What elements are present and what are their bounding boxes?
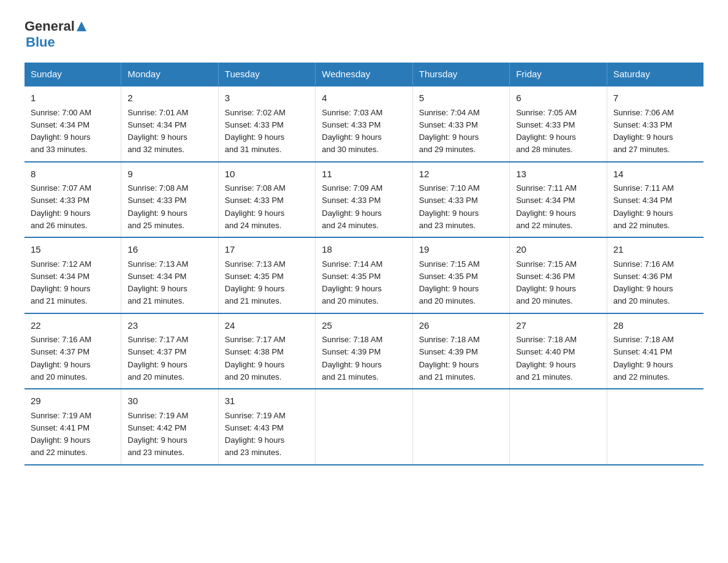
day-number: 21 — [613, 243, 697, 257]
day-info: Sunrise: 7:03 AMSunset: 4:33 PMDaylight:… — [322, 108, 382, 155]
calendar-cell: 6Sunrise: 7:05 AMSunset: 4:33 PMDaylight… — [510, 86, 607, 162]
day-number: 6 — [516, 91, 600, 105]
calendar-cell — [607, 389, 703, 465]
day-info: Sunrise: 7:16 AMSunset: 4:36 PMDaylight:… — [613, 259, 674, 306]
day-number: 24 — [225, 319, 309, 333]
calendar-cell: 21Sunrise: 7:16 AMSunset: 4:36 PMDayligh… — [607, 237, 703, 313]
day-info: Sunrise: 7:06 AMSunset: 4:33 PMDaylight:… — [613, 108, 674, 155]
logo-blue-text: Blue — [26, 34, 55, 50]
day-info: Sunrise: 7:19 AMSunset: 4:42 PMDaylight:… — [127, 411, 188, 458]
calendar-header-row: SundayMondayTuesdayWednesdayThursdayFrid… — [25, 63, 703, 86]
day-number: 18 — [322, 243, 406, 257]
calendar-cell: 18Sunrise: 7:14 AMSunset: 4:35 PMDayligh… — [316, 237, 412, 313]
day-info: Sunrise: 7:14 AMSunset: 4:35 PMDaylight:… — [322, 259, 382, 306]
day-info: Sunrise: 7:16 AMSunset: 4:37 PMDaylight:… — [31, 335, 91, 381]
day-info: Sunrise: 7:13 AMSunset: 4:35 PMDaylight:… — [225, 259, 286, 306]
calendar-cell: 14Sunrise: 7:11 AMSunset: 4:34 PMDayligh… — [607, 162, 703, 238]
calendar-cell: 24Sunrise: 7:17 AMSunset: 4:38 PMDayligh… — [218, 313, 315, 389]
calendar-cell: 29Sunrise: 7:19 AMSunset: 4:41 PMDayligh… — [25, 389, 121, 465]
calendar-week-row: 15Sunrise: 7:12 AMSunset: 4:34 PMDayligh… — [25, 237, 703, 313]
day-info: Sunrise: 7:18 AMSunset: 4:41 PMDaylight:… — [613, 335, 674, 381]
calendar-header-friday: Friday — [510, 63, 607, 86]
day-number: 8 — [31, 167, 115, 182]
day-info: Sunrise: 7:04 AMSunset: 4:33 PMDaylight:… — [419, 108, 480, 155]
day-info: Sunrise: 7:17 AMSunset: 4:37 PMDaylight:… — [127, 335, 188, 381]
day-number: 4 — [322, 91, 406, 105]
day-info: Sunrise: 7:08 AMSunset: 4:33 PMDaylight:… — [225, 183, 286, 230]
day-info: Sunrise: 7:19 AMSunset: 4:41 PMDaylight:… — [31, 411, 91, 458]
calendar-header-monday: Monday — [121, 63, 218, 86]
day-info: Sunrise: 7:18 AMSunset: 4:39 PMDaylight:… — [322, 335, 382, 381]
calendar-cell: 12Sunrise: 7:10 AMSunset: 4:33 PMDayligh… — [412, 162, 509, 238]
day-number: 7 — [613, 91, 697, 105]
calendar-cell — [316, 389, 412, 465]
day-number: 25 — [322, 319, 406, 333]
day-number: 29 — [31, 394, 115, 408]
day-info: Sunrise: 7:11 AMSunset: 4:34 PMDaylight:… — [516, 183, 577, 230]
day-info: Sunrise: 7:11 AMSunset: 4:34 PMDaylight:… — [613, 183, 674, 230]
logo-triangle-icon — [77, 20, 86, 34]
calendar-cell: 25Sunrise: 7:18 AMSunset: 4:39 PMDayligh… — [316, 313, 412, 389]
calendar-cell: 5Sunrise: 7:04 AMSunset: 4:33 PMDaylight… — [412, 86, 509, 162]
calendar-cell — [510, 389, 607, 465]
day-info: Sunrise: 7:05 AMSunset: 4:33 PMDaylight:… — [516, 108, 577, 155]
calendar-cell: 28Sunrise: 7:18 AMSunset: 4:41 PMDayligh… — [607, 313, 703, 389]
day-number: 9 — [127, 167, 211, 182]
day-number: 22 — [31, 319, 115, 333]
day-info: Sunrise: 7:00 AMSunset: 4:34 PMDaylight:… — [31, 108, 91, 155]
calendar-cell: 30Sunrise: 7:19 AMSunset: 4:42 PMDayligh… — [121, 389, 218, 465]
calendar-cell: 10Sunrise: 7:08 AMSunset: 4:33 PMDayligh… — [218, 162, 315, 238]
day-number: 16 — [127, 243, 211, 257]
day-info: Sunrise: 7:15 AMSunset: 4:35 PMDaylight:… — [419, 259, 480, 306]
day-info: Sunrise: 7:12 AMSunset: 4:34 PMDaylight:… — [31, 259, 91, 306]
calendar-cell: 16Sunrise: 7:13 AMSunset: 4:34 PMDayligh… — [121, 237, 218, 313]
svg-marker-0 — [77, 21, 86, 31]
day-number: 27 — [516, 319, 600, 333]
day-info: Sunrise: 7:02 AMSunset: 4:33 PMDaylight:… — [225, 108, 286, 155]
calendar-week-row: 29Sunrise: 7:19 AMSunset: 4:41 PMDayligh… — [25, 389, 703, 465]
day-info: Sunrise: 7:10 AMSunset: 4:33 PMDaylight:… — [419, 183, 480, 230]
calendar-cell: 26Sunrise: 7:18 AMSunset: 4:39 PMDayligh… — [412, 313, 509, 389]
logo: General Blue — [25, 18, 86, 50]
logo-general-text: General — [25, 18, 75, 34]
day-info: Sunrise: 7:18 AMSunset: 4:40 PMDaylight:… — [516, 335, 577, 381]
day-number: 11 — [322, 167, 406, 182]
day-number: 2 — [127, 91, 211, 105]
day-number: 15 — [31, 243, 115, 257]
calendar-cell: 9Sunrise: 7:08 AMSunset: 4:33 PMDaylight… — [121, 162, 218, 238]
calendar-header-tuesday: Tuesday — [218, 63, 315, 86]
calendar-cell: 20Sunrise: 7:15 AMSunset: 4:36 PMDayligh… — [510, 237, 607, 313]
day-number: 28 — [613, 319, 697, 333]
day-number: 13 — [516, 167, 600, 182]
day-info: Sunrise: 7:13 AMSunset: 4:34 PMDaylight:… — [127, 259, 188, 306]
page-header: General Blue — [25, 18, 703, 50]
calendar-week-row: 1Sunrise: 7:00 AMSunset: 4:34 PMDaylight… — [25, 86, 703, 162]
day-info: Sunrise: 7:08 AMSunset: 4:33 PMDaylight:… — [127, 183, 188, 230]
day-info: Sunrise: 7:19 AMSunset: 4:43 PMDaylight:… — [225, 411, 286, 458]
calendar-cell — [412, 389, 509, 465]
day-number: 26 — [419, 319, 503, 333]
day-info: Sunrise: 7:01 AMSunset: 4:34 PMDaylight:… — [127, 108, 188, 155]
day-number: 1 — [31, 91, 115, 105]
calendar-cell: 27Sunrise: 7:18 AMSunset: 4:40 PMDayligh… — [510, 313, 607, 389]
calendar-cell: 17Sunrise: 7:13 AMSunset: 4:35 PMDayligh… — [218, 237, 315, 313]
day-info: Sunrise: 7:17 AMSunset: 4:38 PMDaylight:… — [225, 335, 286, 381]
calendar-cell: 31Sunrise: 7:19 AMSunset: 4:43 PMDayligh… — [218, 389, 315, 465]
day-number: 23 — [127, 319, 211, 333]
calendar-cell: 22Sunrise: 7:16 AMSunset: 4:37 PMDayligh… — [25, 313, 121, 389]
calendar-cell: 11Sunrise: 7:09 AMSunset: 4:33 PMDayligh… — [316, 162, 412, 238]
calendar-cell: 23Sunrise: 7:17 AMSunset: 4:37 PMDayligh… — [121, 313, 218, 389]
calendar-cell: 13Sunrise: 7:11 AMSunset: 4:34 PMDayligh… — [510, 162, 607, 238]
day-info: Sunrise: 7:07 AMSunset: 4:33 PMDaylight:… — [31, 183, 91, 230]
calendar-cell: 7Sunrise: 7:06 AMSunset: 4:33 PMDaylight… — [607, 86, 703, 162]
calendar-header-sunday: Sunday — [25, 63, 121, 86]
calendar-cell: 8Sunrise: 7:07 AMSunset: 4:33 PMDaylight… — [25, 162, 121, 238]
calendar-header-thursday: Thursday — [412, 63, 509, 86]
day-number: 12 — [419, 167, 503, 182]
calendar-week-row: 22Sunrise: 7:16 AMSunset: 4:37 PMDayligh… — [25, 313, 703, 389]
day-number: 30 — [127, 394, 211, 408]
day-info: Sunrise: 7:09 AMSunset: 4:33 PMDaylight:… — [322, 183, 382, 230]
calendar-cell: 19Sunrise: 7:15 AMSunset: 4:35 PMDayligh… — [412, 237, 509, 313]
calendar-header-wednesday: Wednesday — [316, 63, 412, 86]
day-number: 17 — [225, 243, 309, 257]
